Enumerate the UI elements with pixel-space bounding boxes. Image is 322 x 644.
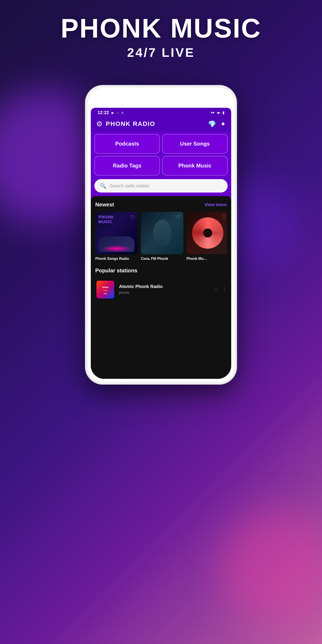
- radio-tags-button[interactable]: Radio Tags: [94, 156, 160, 176]
- status-left: 12:22 ▶ ⌂ A: [98, 110, 124, 115]
- phone-screen: 12:22 ▶ ⌂ A ▾▾ ◂▸ ▮ ⚙ PHONK RADIO: [91, 108, 231, 379]
- car-illustration: [98, 236, 134, 252]
- svg-text:RADIO: RADIO: [104, 293, 107, 294]
- phonk-radio-header: ⚙ PHONK RADIO 💎 ✦: [91, 117, 231, 132]
- search-bar[interactable]: 🔍 Search radio station: [94, 179, 228, 192]
- view-more-button[interactable]: View more: [204, 202, 227, 207]
- card-sol-fm[interactable]: ♡ Соль FM Phonk: [141, 212, 183, 261]
- card2-heart[interactable]: ♡: [176, 214, 181, 220]
- svg-text:ATOMIC: ATOMIC: [103, 290, 108, 291]
- diamond-icon[interactable]: 💎: [208, 120, 216, 128]
- popular-section-title: Popular stations: [95, 268, 227, 274]
- brightness-icon[interactable]: ✦: [220, 120, 226, 128]
- phone-mockup: 12:22 ▶ ⌂ A ▾▾ ◂▸ ▮ ⚙ PHONK RADIO: [85, 85, 237, 384]
- card1-label: Phonk Songs Radio: [95, 256, 138, 261]
- station-name: Atomic Phonk Radio: [119, 284, 210, 289]
- podcasts-label: Podcasts: [115, 141, 139, 147]
- vinyl-illustration: [192, 217, 224, 249]
- user-songs-button[interactable]: User Songs: [162, 134, 228, 154]
- phone-inner: 12:22 ▶ ⌂ A ▾▾ ◂▸ ▮ ⚙ PHONK RADIO: [88, 88, 234, 382]
- station-info: Atomic Phonk Radio phonk: [119, 284, 210, 295]
- svg-text:PHONK: PHONK: [102, 286, 109, 288]
- card-phonk-songs[interactable]: PHONKMUSIC ♡ Phonk Songs Radio: [95, 212, 138, 261]
- card2-label: Соль FM Phonk: [141, 256, 183, 261]
- scroll-content: Newest View more PHONKMUSIC: [91, 196, 231, 379]
- station-tag: phonk: [119, 290, 210, 295]
- card1-image: PHONKMUSIC ♡: [95, 212, 138, 254]
- podcasts-button[interactable]: Podcasts: [94, 134, 160, 154]
- card2-image: ♡: [141, 212, 183, 254]
- status-time: 12:22: [98, 110, 109, 115]
- search-icon: 🔍: [100, 183, 106, 189]
- newest-cards-row: PHONKMUSIC ♡ Phonk Songs Radio: [95, 212, 227, 261]
- phonk-radio-title: PHONK RADIO: [106, 120, 155, 128]
- app-subtitle: 24/7 LIVE: [0, 45, 322, 60]
- card3-image: ♡: [186, 212, 227, 254]
- station-more-button[interactable]: ⋮: [222, 287, 227, 292]
- phonk-music-label: Phonk Music: [178, 162, 211, 168]
- station-thumbnail: PHONK ATOMIC RADIO: [95, 280, 116, 300]
- sim-status-icon: A: [122, 111, 124, 114]
- card3-label: Phonk Mu…: [186, 256, 227, 261]
- status-right-icons: ▾▾ ◂▸ ▮: [211, 110, 224, 115]
- station-heart-button[interactable]: ♡: [214, 287, 218, 292]
- header-left: ⚙ PHONK RADIO: [96, 120, 155, 128]
- station-thumb-art: PHONK ATOMIC RADIO: [95, 280, 116, 300]
- settings-icon[interactable]: ⚙: [96, 120, 103, 128]
- station-actions: ♡ ⋮: [214, 287, 227, 292]
- category-grid: Podcasts User Songs Radio Tags Phonk Mus…: [91, 132, 231, 176]
- radio-tags-label: Radio Tags: [113, 162, 142, 168]
- app-main-title: PHONK MUSIC: [0, 14, 322, 43]
- card3-heart[interactable]: ♡: [222, 214, 226, 220]
- header-right: 💎 ✦: [208, 120, 226, 128]
- newest-title: Newest: [95, 202, 114, 208]
- signal-icon: ◂▸: [217, 110, 220, 115]
- newest-section-header: Newest View more: [95, 202, 227, 208]
- search-placeholder: Search radio station: [110, 183, 149, 188]
- wifi-icon: ▾▾: [211, 110, 214, 115]
- location-status-icon: ⌂: [117, 111, 118, 114]
- app-header-section: PHONK MUSIC 24/7 LIVE: [0, 14, 322, 60]
- eye-illustration: [153, 220, 171, 246]
- battery-icon: ▮: [222, 110, 224, 115]
- station-item[interactable]: PHONK ATOMIC RADIO Atomic Phonk Radio ph…: [95, 277, 227, 302]
- card1-heart[interactable]: ♡: [130, 214, 135, 220]
- phonk-music-button[interactable]: Phonk Music: [162, 156, 228, 176]
- volume-button: [236, 152, 237, 170]
- play-status-icon: ▶: [112, 111, 114, 114]
- user-songs-label: User Songs: [180, 141, 210, 147]
- search-section: 🔍 Search radio station: [91, 176, 231, 192]
- svg-rect-1: [96, 281, 114, 298]
- main-content: Podcasts User Songs Radio Tags Phonk Mus…: [91, 132, 231, 379]
- card-phonk-mu[interactable]: ♡ Phonk Mu…: [186, 212, 227, 261]
- status-bar: 12:22 ▶ ⌂ A ▾▾ ◂▸ ▮: [91, 108, 231, 117]
